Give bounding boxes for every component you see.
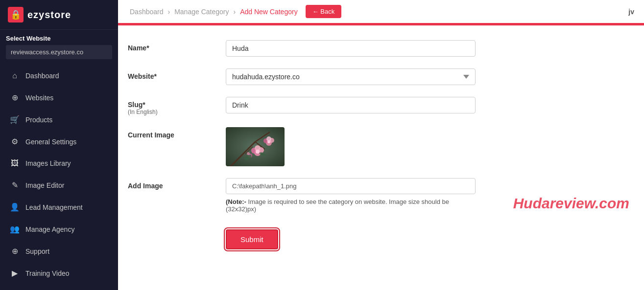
user-initials: jv — [628, 8, 634, 16]
sidebar-item-label: General Settings — [25, 138, 76, 146]
sidebar-item-label: Support — [25, 247, 49, 255]
video-icon: ▶ — [10, 268, 20, 278]
form-row-current-image: Current Image — [128, 127, 624, 166]
current-image — [226, 127, 285, 166]
breadcrumb: Dashboard › Manage Category › Add New Ca… — [128, 5, 341, 18]
website-label: Website* — [128, 68, 226, 80]
back-button[interactable]: ← Back — [306, 5, 342, 18]
form-area: Name* Website* hudahuda.ezystore.co Slug… — [118, 25, 644, 269]
name-label: Name* — [128, 40, 226, 52]
sidebar-item-general-settings[interactable]: ⚙ General Settings — [0, 131, 118, 153]
logo-icon: 🔒 — [8, 7, 24, 22]
sidebar-item-training-video[interactable]: ▶ Training Video — [0, 262, 118, 284]
sidebar-logo: 🔒 ezystore — [0, 0, 118, 30]
support-icon: ⊕ — [10, 246, 20, 256]
main-content: Dashboard › Manage Category › Add New Ca… — [118, 0, 644, 290]
file-note-text: Image is required to see the category on… — [226, 198, 449, 213]
form-row-add-image: Add Image (Note:- Image is required to s… — [128, 178, 624, 213]
select-website-label: Select Website — [6, 35, 112, 42]
file-note-strong: (Note:- — [226, 198, 246, 205]
svg-point-14 — [267, 140, 270, 143]
home-icon: ⌂ — [10, 71, 20, 80]
image-library-icon: 🖼 — [10, 159, 20, 168]
topbar: Dashboard › Manage Category › Add New Ca… — [118, 0, 644, 24]
cart-icon: 🛒 — [10, 115, 20, 124]
select-website-section: Select Website — [0, 30, 118, 61]
submit-row: Submit — [128, 224, 624, 254]
sidebar-item-lead-management[interactable]: 👤 Lead Management — [0, 196, 118, 218]
current-image-label: Current Image — [128, 127, 226, 139]
sidebar-item-label: Websites — [25, 94, 53, 102]
website-selector-input[interactable] — [6, 45, 112, 59]
submit-button[interactable]: Submit — [226, 229, 278, 249]
form-row-website: Website* hudahuda.ezystore.co — [128, 68, 624, 85]
file-note: (Note:- Image is required to see the cat… — [226, 198, 476, 213]
sidebar-item-label: Images Library — [25, 159, 71, 167]
edit-icon: ✎ — [10, 180, 20, 190]
form-row-slug: Slug* (In English) — [128, 97, 624, 115]
slug-label: Slug* (In English) — [128, 97, 226, 115]
breadcrumb-sep1: › — [168, 8, 170, 16]
file-input[interactable] — [226, 178, 476, 194]
sidebar-item-label: Training Video — [25, 269, 70, 277]
sidebar-item-image-editor[interactable]: ✎ Image Editor — [0, 174, 118, 196]
file-input-wrapper: (Note:- Image is required to see the cat… — [226, 178, 476, 213]
sidebar-item-label: Lead Management — [25, 203, 83, 211]
breadcrumb-dashboard[interactable]: Dashboard — [130, 8, 164, 16]
sidebar-item-label: Manage Agency — [25, 225, 74, 233]
form-row-name: Name* — [128, 40, 624, 57]
user-icon: 👤 — [10, 202, 20, 212]
slug-input[interactable] — [226, 97, 476, 113]
sidebar-item-label: Image Editor — [25, 181, 64, 189]
slug-sublabel: (In English) — [128, 109, 226, 115]
sidebar-item-support[interactable]: ⊕ Support — [0, 240, 118, 262]
sidebar-item-label: Dashboard — [25, 72, 59, 80]
svg-point-16 — [247, 152, 250, 155]
svg-point-9 — [256, 150, 260, 154]
breadcrumb-manage-category[interactable]: Manage Category — [174, 8, 229, 16]
agency-icon: 👥 — [10, 224, 20, 234]
name-input[interactable] — [226, 40, 476, 57]
breadcrumb-active: Add New Category — [240, 8, 298, 16]
sidebar-item-websites[interactable]: ⊕ Websites — [0, 87, 118, 109]
breadcrumb-sep2: › — [233, 8, 236, 16]
sidebar-item-manage-agency[interactable]: 👥 Manage Agency — [0, 218, 118, 240]
logo-text: ezystore — [27, 9, 71, 21]
add-image-label: Add Image — [128, 178, 226, 190]
sidebar-item-dashboard[interactable]: ⌂ Dashboard — [0, 65, 118, 87]
sidebar: 🔒 ezystore Select Website ⌂ Dashboard ⊕ … — [0, 0, 118, 290]
sidebar-item-images-library[interactable]: 🖼 Images Library — [0, 153, 118, 174]
gear-icon: ⚙ — [10, 137, 20, 146]
website-select[interactable]: hudahuda.ezystore.co — [226, 68, 476, 85]
sidebar-item-products[interactable]: 🛒 Products — [0, 109, 118, 131]
sidebar-item-label: Products — [25, 116, 52, 124]
sidebar-nav: ⌂ Dashboard ⊕ Websites 🛒 Products ⚙ Gene… — [0, 61, 118, 290]
websites-icon: ⊕ — [10, 93, 20, 102]
